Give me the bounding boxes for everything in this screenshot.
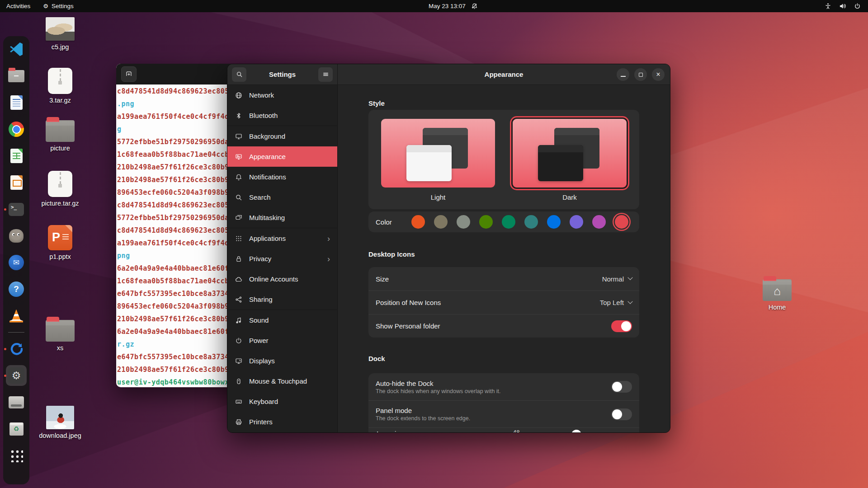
sidebar-item-sharing[interactable]: Sharing [227,289,337,310]
style-option-dark[interactable]: Dark [513,119,627,209]
dock-item-libreoffice-calc[interactable] [6,145,27,166]
focused-app-menu[interactable]: ⚙ Settings [37,0,80,12]
maximize-button[interactable] [634,68,647,81]
display-icon [235,357,243,365]
desktop-icon-p1pptx[interactable]: P p1.pptx [41,225,80,260]
impress-icon [10,175,23,190]
sidebar-item-label: Online Accounts [249,275,298,283]
sidebar-item-multitasking[interactable]: Multitasking [227,207,337,228]
sidebar-item-background[interactable]: Background [227,126,337,146]
sidebar-item-label: Privacy [249,255,271,263]
swatch-olive[interactable] [479,215,493,229]
dock-item-thunderbird[interactable] [6,252,27,273]
row-value: Normal [602,275,632,283]
archive-icon [48,171,72,197]
style-option-light[interactable]: Light [381,119,495,209]
dock-item-terminal[interactable]: >_ [6,199,27,220]
sidebar-item-applications[interactable]: Applications › [227,228,337,249]
cloud-icon [235,276,243,283]
chevron-right-icon: › [327,235,330,243]
dock-item-software-updater[interactable] [6,338,27,359]
desktop-icon-xs[interactable]: xs [41,320,80,352]
power-icon [854,3,861,9]
icon-size-slider-handle[interactable] [571,430,581,432]
dock-item-settings[interactable]: ⚙ [6,365,27,386]
dock-item-help[interactable]: ? [6,279,27,300]
dock-item-trash[interactable]: ♻ [6,418,27,439]
writer-icon [10,95,23,110]
new-tab-button[interactable] [121,66,137,82]
dock-item-libreoffice-impress[interactable] [6,172,27,193]
sidebar-item-printers[interactable]: Printers [227,412,337,432]
sidebar-item-search[interactable]: Search [227,187,337,207]
dock-item-chrome[interactable] [6,119,27,140]
swatch-magenta[interactable] [592,215,606,229]
swatch-orange[interactable] [411,215,425,229]
toggle-knob [621,321,631,331]
dock: >_ ? ⚙ ♻ [3,36,29,484]
search-button[interactable] [232,67,246,82]
dock-item-files[interactable] [6,66,27,86]
desktop-icon-picturetargz[interactable]: picture.tar.gz [41,171,80,207]
auto-hide-dock-toggle[interactable] [611,381,632,393]
minimize-button[interactable] [617,68,629,81]
sidebar-item-displays[interactable]: Displays [227,351,337,371]
sidebar-item-label: Background [249,132,285,140]
swatch-bark[interactable] [434,215,448,229]
house-icon: ⌂ [763,283,792,299]
swatch-red-selected[interactable] [615,215,628,229]
desktop: c5.jpg 3.tar.gz picture picture.tar.gz P… [0,0,868,488]
desktop-icon-label: c5.jpg [52,43,69,51]
show-personal-folder-toggle[interactable] [611,320,632,332]
close-button[interactable]: × [652,68,665,81]
activities-button[interactable]: Activities [0,0,37,12]
app-grid-icon [9,449,23,462]
share-icon [235,296,243,303]
chevron-right-icon: › [327,255,330,263]
desktop-icon-label: Home [769,304,786,311]
system-status-area[interactable] [825,0,863,12]
position-of-new-icons-row[interactable]: Position of New Icons Top Left [368,291,639,314]
swatch-viridian[interactable] [502,215,515,229]
clock-menu[interactable]: May 23 13:07 [429,0,478,12]
sidebar-item-appearance[interactable]: Appearance [227,146,337,167]
sidebar-item-label: Displays [249,357,275,365]
dock-item-vlc[interactable] [6,305,27,326]
dock-item-vscode[interactable] [6,39,27,60]
sidebar-item-power[interactable]: Power [227,330,337,351]
desktop-icon-picture[interactable]: picture [41,120,80,152]
main-headerbar[interactable]: Appearance × [338,64,670,85]
swatch-sage[interactable] [457,215,470,229]
auto-hide-dock-row: Auto-hide the Dock The dock hides when a… [368,373,639,400]
icon-size-row-partial: Icon size 48 [368,427,639,432]
menu-button[interactable] [318,67,333,82]
desktop-icon-c5[interactable]: c5.jpg [41,17,80,51]
dock-item-libreoffice-writer[interactable] [6,92,27,113]
swatch-prussian-green[interactable] [524,215,538,229]
size-row[interactable]: Size Normal [368,267,639,291]
dock-item-drive[interactable] [6,392,27,413]
dock-item-app-grid[interactable] [6,445,27,466]
sidebar-item-bluetooth[interactable]: Bluetooth [227,105,337,126]
row-label: Show Personal folder [376,322,440,330]
drive-icon [9,396,24,408]
sidebar-item-label: Mouse & Touchpad [249,377,307,385]
swatch-purple[interactable] [570,215,583,229]
sidebar-item-mouse-touchpad[interactable]: Mouse & Touchpad [227,371,337,391]
color-label: Color [376,218,392,226]
sidebar-item-network[interactable]: Network [227,85,337,105]
panel-mode-toggle[interactable] [611,408,632,420]
sidebar-item-online-accounts[interactable]: Online Accounts [227,269,337,289]
swatch-blue[interactable] [547,215,561,229]
desktop-icon-3targz[interactable]: 3.tar.gz [41,68,80,104]
sidebar-item-privacy[interactable]: Privacy › [227,249,337,269]
dock-item-gimp[interactable] [6,225,27,246]
sidebar-item-sound[interactable]: Sound [227,310,337,330]
row-label: Icon size [377,430,403,432]
sidebar-item-label: Appearance [249,153,286,160]
desktop-icon-home[interactable]: ⌂ Home [758,279,797,311]
sidebar-item-notifications[interactable]: Notifications [227,167,337,187]
desktop-icon-download[interactable]: download.jpeg [41,406,80,439]
preview-titlebar [406,145,452,152]
sidebar-item-keyboard[interactable]: Keyboard [227,391,337,412]
